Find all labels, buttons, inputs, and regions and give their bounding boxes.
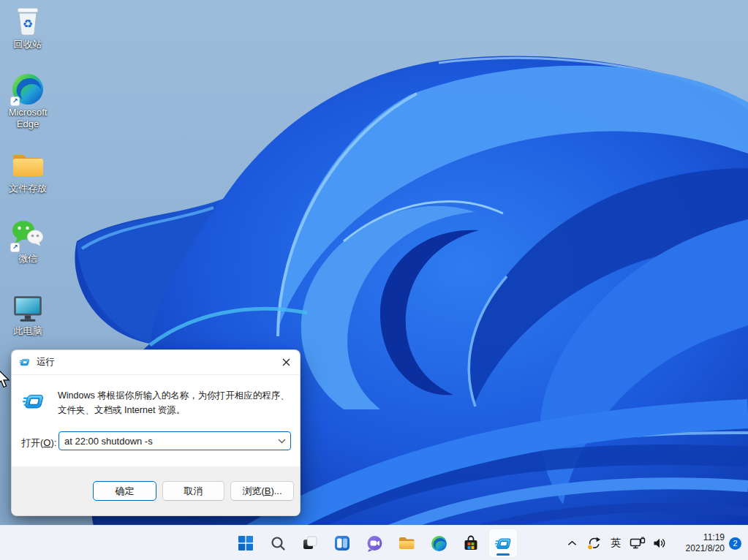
run-dialog: 运行 Windows 将根据你所输入的名称，为你打开相应的程序、 文件夹、文档或… <box>11 349 301 516</box>
chevron-up-icon <box>567 540 577 546</box>
svg-text:♻: ♻ <box>23 18 33 30</box>
cancel-button[interactable]: 取消 <box>162 481 224 501</box>
task-view-button[interactable] <box>295 529 325 558</box>
clock[interactable]: 11:19 2021/8/20 <box>676 532 725 554</box>
browse-button[interactable]: 浏览(B)... <box>230 481 294 501</box>
desktop-icon-label: Microsoft Edge <box>1 107 54 130</box>
run-app-button[interactable] <box>488 529 518 558</box>
edge-icon: ↗ <box>11 72 45 106</box>
task-view-icon <box>302 535 318 551</box>
shortcut-arrow-icon: ↗ <box>10 97 20 106</box>
desktop-icon-label: 文件存放 <box>1 183 54 194</box>
run-command-combobox <box>58 431 291 450</box>
search-icon <box>271 536 286 551</box>
combobox-dropdown-button[interactable] <box>273 432 290 450</box>
chat-button[interactable] <box>360 529 389 558</box>
run-dialog-titlebar[interactable]: 运行 <box>12 350 300 375</box>
edge-button[interactable] <box>424 529 453 558</box>
store-icon <box>462 534 480 552</box>
notification-badge[interactable]: 2 <box>729 537 741 550</box>
active-app-indicator <box>496 553 510 556</box>
ime-indicator[interactable]: 英 <box>606 531 625 555</box>
ok-button[interactable]: 确定 <box>93 481 156 501</box>
system-tray: 英 11:19 <box>562 526 748 560</box>
chat-icon <box>366 535 383 552</box>
network-button[interactable] <box>628 531 647 555</box>
run-icon <box>494 535 512 552</box>
wechat-icon: ↗ <box>11 219 45 252</box>
update-restart-icon <box>586 537 601 550</box>
run-command-input[interactable] <box>59 432 273 450</box>
start-button[interactable] <box>231 529 260 558</box>
desktop-icon-wechat[interactable]: ↗ 微信 <box>1 219 54 265</box>
file-explorer-button[interactable] <box>392 529 421 558</box>
windows-start-icon <box>238 535 254 551</box>
run-dialog-footer: 确定 取消 浏览(B)... <box>12 466 300 516</box>
desktop-icon-label: 此电脑 <box>1 325 54 337</box>
run-dialog-title: 运行 <box>37 356 275 368</box>
update-restart-button[interactable] <box>584 531 603 555</box>
clock-time: 11:19 <box>676 532 725 543</box>
desktop-icon-microsoft-edge[interactable]: ↗ Microsoft Edge <box>1 72 54 130</box>
open-label: 打开(O): <box>21 436 56 450</box>
desktop-icon-this-pc[interactable]: 此电脑 <box>1 291 54 337</box>
file-explorer-icon <box>398 534 415 552</box>
screen: ♻ 回收站 ↗ Microsoft Edge <box>0 0 748 560</box>
desktop-icon-label: 回收站 <box>1 39 54 50</box>
folder-icon <box>11 148 45 182</box>
run-icon-large <box>22 390 45 412</box>
recycle-bin-icon: ♻ <box>11 4 45 38</box>
volume-button[interactable] <box>650 531 669 555</box>
hidden-icons-button[interactable] <box>562 531 581 555</box>
speaker-icon <box>653 537 667 549</box>
edge-icon <box>431 535 447 552</box>
taskbar-center <box>231 529 518 558</box>
close-icon[interactable] <box>275 354 297 371</box>
run-icon <box>19 357 30 368</box>
search-button[interactable] <box>263 529 292 558</box>
mouse-cursor <box>0 368 11 390</box>
shortcut-arrow-icon: ↗ <box>10 243 20 252</box>
run-dialog-body: Windows 将根据你所输入的名称，为你打开相应的程序、 文件夹、文档或 In… <box>12 375 300 467</box>
this-pc-icon <box>11 291 45 325</box>
taskbar: 英 11:19 <box>0 525 748 560</box>
widgets-icon <box>334 535 350 551</box>
desktop-icon-recycle-bin[interactable]: ♻ 回收站 <box>1 4 54 50</box>
store-button[interactable] <box>456 529 486 558</box>
run-dialog-description: Windows 将根据你所输入的名称，为你打开相应的程序、 文件夹、文档或 In… <box>58 388 290 417</box>
desktop-icon-file-storage-folder[interactable]: 文件存放 <box>1 148 54 194</box>
widgets-button[interactable] <box>328 529 357 558</box>
desktop-icon-label: 微信 <box>1 253 54 265</box>
ethernet-icon <box>630 537 646 550</box>
chevron-down-icon <box>278 439 286 444</box>
clock-date: 2021/8/20 <box>676 543 725 554</box>
